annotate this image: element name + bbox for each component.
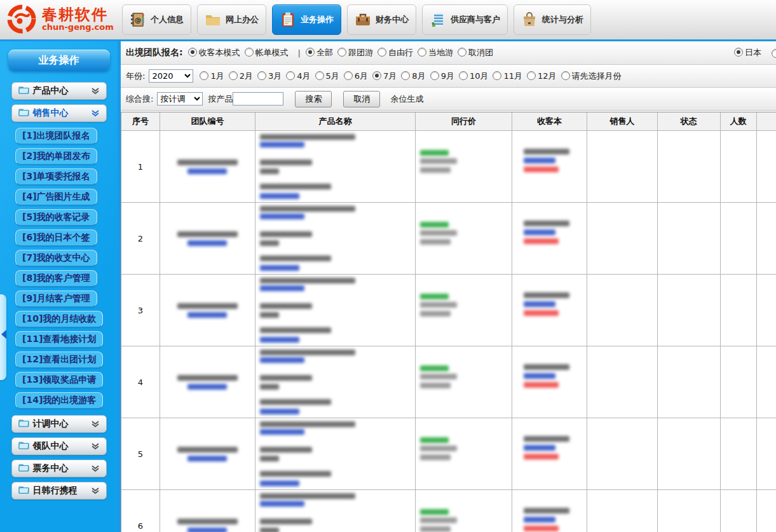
tab-1[interactable]: @个人信息 bbox=[122, 4, 191, 35]
month-option-8[interactable]: 8月 bbox=[401, 71, 425, 81]
sidebar-item-9[interactable]: [9]月结客户管理 bbox=[15, 290, 97, 307]
month-option-9[interactable]: 9月 bbox=[430, 71, 454, 81]
tab-3[interactable]: 业务操作 bbox=[272, 4, 341, 35]
redacted-text-line bbox=[260, 384, 279, 390]
table-row[interactable]: 4 bbox=[121, 346, 776, 418]
month-option-radio[interactable] bbox=[527, 71, 536, 80]
mode-option-2[interactable]: 帐单模式 bbox=[245, 48, 289, 57]
seats-generate-link[interactable]: 余位生成 bbox=[390, 93, 423, 105]
table-row[interactable]: 3 bbox=[121, 275, 776, 346]
type-option-radio[interactable] bbox=[337, 48, 346, 57]
month-option-2[interactable]: 2月 bbox=[229, 71, 253, 81]
table-row[interactable]: 1 bbox=[121, 131, 776, 203]
radio-label: 取消团 bbox=[468, 48, 493, 57]
region-option-1[interactable]: 日本 bbox=[734, 48, 761, 57]
redacted-text-line bbox=[524, 382, 559, 388]
year-select[interactable]: 2020 bbox=[149, 69, 193, 83]
redacted-text-line bbox=[177, 160, 238, 165]
tab-label: 个人信息 bbox=[151, 14, 184, 25]
sidebar-section-6[interactable]: 日韩行携程 bbox=[11, 482, 107, 500]
type-option-3[interactable]: 自由行 bbox=[378, 48, 413, 57]
sidebar-item-4[interactable]: [4]广告图片生成 bbox=[15, 189, 97, 205]
sidebar-item-1[interactable]: [1]出境团队报名 bbox=[15, 128, 97, 144]
month-option-radio[interactable] bbox=[286, 71, 295, 80]
mode-option-radio[interactable] bbox=[245, 48, 254, 57]
section-label: 领队中心 bbox=[33, 440, 69, 452]
month-option-radio[interactable] bbox=[257, 71, 266, 80]
cancel-button[interactable]: 取消 bbox=[343, 91, 380, 107]
type-option-radio[interactable] bbox=[306, 48, 315, 57]
planner-select[interactable]: 按计调 bbox=[157, 92, 203, 106]
tab-4[interactable]: 财务中心 bbox=[347, 4, 416, 35]
sidebar-item-13[interactable]: [13]领取奖品申请 bbox=[15, 372, 103, 388]
redacted-text-line bbox=[260, 429, 304, 435]
redacted-text-line bbox=[177, 231, 238, 237]
month-option-radio[interactable] bbox=[493, 71, 501, 80]
type-option-radio[interactable] bbox=[458, 48, 466, 57]
tab-5[interactable]: 供应商与客户 bbox=[422, 4, 508, 35]
month-option-radio[interactable] bbox=[229, 71, 238, 80]
sidebar-item-10[interactable]: [10]我的月结收款 bbox=[15, 311, 103, 327]
cell-booking bbox=[512, 131, 587, 202]
briefcase-icon bbox=[355, 11, 371, 28]
month-option-radio[interactable] bbox=[401, 71, 410, 80]
sidebar-item-7[interactable]: [7]我的收支中心 bbox=[15, 250, 97, 266]
sidebar-section-5[interactable]: 票务中心 bbox=[11, 460, 107, 477]
month-option-1[interactable]: 1月 bbox=[200, 71, 224, 81]
radio-label: 6月 bbox=[355, 71, 368, 81]
month-option-7[interactable]: 7月 bbox=[372, 71, 397, 81]
month-option-6[interactable]: 6月 bbox=[344, 71, 368, 81]
month-option-11[interactable]: 11月 bbox=[493, 71, 522, 81]
tab-2[interactable]: 网上办公 bbox=[197, 4, 266, 35]
table-row[interactable]: 5 bbox=[121, 418, 776, 490]
sidebar-item-12[interactable]: [12]查看出团计划 bbox=[15, 351, 103, 368]
redacted-text-line bbox=[260, 303, 312, 309]
table-row[interactable]: 2 bbox=[121, 203, 776, 275]
sidebar-item-6[interactable]: [6]我的日本个签 bbox=[15, 229, 97, 246]
month-option-5[interactable]: 5月 bbox=[315, 71, 339, 81]
cell-empty bbox=[587, 490, 658, 532]
type-option-radio[interactable] bbox=[418, 48, 426, 57]
mode-option-radio[interactable] bbox=[188, 48, 197, 57]
month-option-radio[interactable] bbox=[200, 71, 208, 80]
type-option-radio[interactable] bbox=[378, 48, 386, 57]
type-option-1[interactable]: 全部 bbox=[306, 48, 333, 57]
month-option-3[interactable]: 3月 bbox=[257, 71, 282, 81]
month-option-4[interactable]: 4月 bbox=[286, 71, 310, 81]
month-option-radio[interactable] bbox=[459, 71, 468, 80]
month-option-10[interactable]: 10月 bbox=[459, 71, 489, 81]
month-option-radio[interactable] bbox=[430, 71, 439, 80]
month-option-radio[interactable] bbox=[561, 71, 570, 80]
product-search-input[interactable] bbox=[233, 92, 283, 106]
sidebar-item-5[interactable]: [5]我的收客记录 bbox=[15, 209, 97, 226]
month-option-radio[interactable] bbox=[315, 71, 324, 80]
sidebar-item-3[interactable]: [3]单项委托报名 bbox=[15, 168, 97, 185]
sidebar-section-4[interactable]: 领队中心 bbox=[11, 437, 107, 455]
sidebar-title-button[interactable]: 业务操作 bbox=[8, 50, 110, 71]
type-option-5[interactable]: 取消团 bbox=[458, 48, 493, 57]
sidebar-item-8[interactable]: [8]我的客户管理 bbox=[15, 270, 97, 287]
sidebar-section-3[interactable]: 计调中心 bbox=[11, 415, 107, 433]
type-option-4[interactable]: 当地游 bbox=[418, 48, 453, 57]
search-button[interactable]: 搜索 bbox=[295, 91, 332, 107]
type-option-2[interactable]: 跟团游 bbox=[337, 48, 373, 57]
region-radio-cutoff[interactable] bbox=[772, 49, 776, 58]
month-option-12[interactable]: 12月 bbox=[527, 71, 557, 81]
sidebar-item-11[interactable]: [11]查看地接计划 bbox=[15, 331, 103, 348]
sidebar-section-1[interactable]: 产品中心 bbox=[11, 82, 107, 100]
cell-peer-price bbox=[416, 275, 512, 346]
globe-logo-icon bbox=[6, 4, 37, 34]
month-option-radio[interactable] bbox=[372, 71, 381, 80]
sidebar-item-2[interactable]: [2]我的单团发布 bbox=[15, 148, 97, 165]
sidebar-collapse-handle[interactable] bbox=[0, 294, 6, 380]
table-row[interactable]: 6 bbox=[121, 490, 776, 532]
redacted-text-line bbox=[260, 337, 299, 343]
sidebar-item-14[interactable]: [14]我的出境游客 bbox=[15, 392, 103, 409]
redacted-text-line bbox=[260, 160, 312, 165]
tab-6[interactable]: 统计与分析 bbox=[514, 4, 591, 35]
month-option-radio[interactable] bbox=[344, 71, 353, 80]
region-option-radio[interactable] bbox=[734, 48, 743, 57]
sidebar-section-2[interactable]: 销售中心 bbox=[11, 104, 107, 122]
month-option-13[interactable]: 请先选择月份 bbox=[561, 71, 622, 81]
mode-option-1[interactable]: 收客本模式 bbox=[188, 48, 240, 57]
